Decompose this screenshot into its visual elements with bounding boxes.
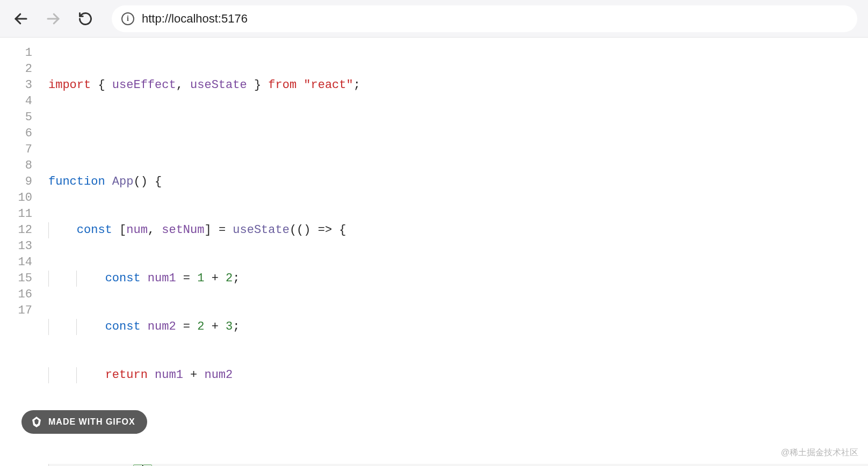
line-number: 13	[0, 238, 32, 254]
url-text: http://localhost:5176	[142, 12, 248, 26]
line-number: 7	[0, 142, 32, 158]
forward-button[interactable]	[43, 9, 63, 29]
site-info-icon[interactable]: i	[121, 12, 134, 25]
address-bar[interactable]: i http://localhost:5176	[112, 5, 857, 32]
line-number: 5	[0, 110, 32, 126]
line-number-gutter: 1 2 3 4 5 6 7 8 9 10 11 12 13 14 15 16 1…	[0, 45, 48, 466]
line-number: 16	[0, 287, 32, 303]
reload-button[interactable]	[75, 9, 96, 29]
code-line: import { useEffect, useState } from "rea…	[48, 77, 868, 93]
line-number: 8	[0, 158, 32, 174]
line-number: 14	[0, 254, 32, 271]
fox-icon	[30, 416, 43, 428]
code-area[interactable]: import { useEffect, useState } from "rea…	[48, 45, 868, 466]
line-number: 9	[0, 174, 32, 190]
line-number: 10	[0, 190, 32, 206]
code-line: const [num, setNum] = useState(() => {	[48, 222, 868, 238]
code-line: const num1 = 1 + 2;	[48, 271, 868, 287]
code-editor[interactable]: 1 2 3 4 5 6 7 8 9 10 11 12 13 14 15 16 1…	[0, 38, 868, 466]
code-line: const num2 = 2 + 3;	[48, 319, 868, 335]
line-number: 2	[0, 61, 32, 77]
line-number: 1	[0, 45, 32, 61]
line-number: 15	[0, 271, 32, 287]
gifox-badge[interactable]: MADE WITH GIFOX	[21, 410, 147, 434]
code-line-active: useState()	[48, 464, 868, 466]
line-number: 12	[0, 222, 32, 238]
line-number: 4	[0, 93, 32, 110]
code-line: return num1 + num2	[48, 367, 868, 383]
gifox-badge-text: MADE WITH GIFOX	[48, 417, 135, 427]
browser-toolbar: i http://localhost:5176	[0, 0, 868, 38]
nav-buttons	[11, 9, 96, 29]
back-button[interactable]	[11, 9, 31, 29]
code-line: });	[48, 416, 868, 432]
watermark-text: @稀土掘金技术社区	[781, 447, 858, 458]
line-number: 17	[0, 303, 32, 319]
line-number: 6	[0, 126, 32, 142]
line-number: 3	[0, 77, 32, 93]
code-line	[48, 126, 868, 142]
code-line: function App() {	[48, 174, 868, 190]
line-number: 11	[0, 206, 32, 222]
